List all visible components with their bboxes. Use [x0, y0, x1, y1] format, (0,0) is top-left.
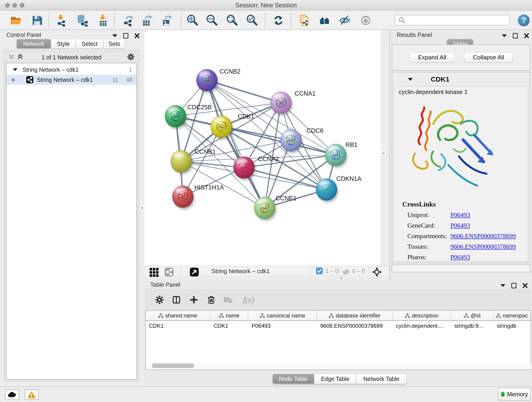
import-network-database-icon[interactable]	[76, 14, 89, 27]
birds-eye-view-icon[interactable]	[190, 267, 199, 277]
crosslink-link[interactable]: P06493	[450, 222, 470, 229]
toolbar-separator	[291, 13, 291, 28]
delete-column-icon[interactable]	[206, 294, 217, 306]
copy-network-icon[interactable]	[298, 14, 311, 27]
network-row-selected[interactable]: String Network – cdk1 11 48	[6, 75, 137, 85]
tab-node-table[interactable]: Node Table	[272, 374, 314, 384]
crosslink-link[interactable]: P06493	[450, 254, 470, 261]
zoom-selected-icon[interactable]	[246, 14, 259, 27]
column-header-1[interactable]: name	[210, 311, 248, 320]
column-header-4[interactable]: description	[393, 311, 451, 320]
panel-menu-icon[interactable]	[502, 34, 507, 37]
node-table[interactable]: shared namenamecanonical namedatabase id…	[145, 310, 531, 370]
network-share-icon[interactable]	[164, 267, 174, 277]
network-node-cdk1[interactable]	[211, 116, 233, 140]
float-panel-icon[interactable]	[513, 33, 518, 38]
cloud-button[interactable]	[5, 389, 19, 400]
help-icon[interactable]: ?	[517, 14, 530, 27]
zoom-fit-icon[interactable]	[226, 14, 239, 27]
crosslink-link[interactable]: P06493	[450, 211, 470, 219]
expand-all-button[interactable]: Expand All	[410, 52, 455, 62]
close-panel-icon[interactable]	[134, 33, 140, 38]
table-cell[interactable]: CDK1	[146, 321, 210, 331]
gear-icon[interactable]	[127, 53, 135, 61]
network-node-cdc25b[interactable]	[165, 105, 187, 129]
tab-network-table[interactable]: Network Table	[356, 374, 406, 384]
column-header-3[interactable]: database identifier	[317, 311, 393, 320]
crosslink-link[interactable]: 9606.ENSP00000378699	[450, 243, 516, 250]
table-cell[interactable]: cyclin-dependent ...	[393, 321, 451, 331]
status-bar: Memory	[0, 386, 532, 402]
panel-menu-icon[interactable]	[500, 284, 505, 287]
network-node-cdkn1a[interactable]	[316, 179, 338, 203]
tab-network[interactable]: Network	[17, 39, 51, 49]
collection-expander-icon[interactable]	[13, 68, 17, 71]
function-builder-icon: f(x)	[240, 294, 257, 306]
level-of-detail-icon[interactable]	[359, 14, 372, 27]
table-cell[interactable]: P06493	[248, 321, 317, 331]
column-header-6[interactable]: namespac	[494, 311, 531, 320]
tab-sets[interactable]: Sets	[104, 39, 125, 49]
column-header-5[interactable]: @id	[451, 311, 494, 320]
left-splitter-handle[interactable]	[139, 205, 144, 211]
float-panel-icon[interactable]	[123, 33, 128, 38]
gene-section-header[interactable]: CDK1	[392, 72, 530, 86]
column-header-0[interactable]: shared name	[146, 311, 210, 320]
network-node-hist1h1a[interactable]	[172, 186, 195, 210]
network-list-group: 1 of 1 Network selected String Network –…	[4, 51, 139, 382]
network-node-cdc6[interactable]	[280, 129, 303, 153]
table-cell[interactable]: CDK1	[210, 321, 248, 331]
tab-select[interactable]: Select	[76, 39, 104, 49]
zoom-in-icon[interactable]	[186, 14, 199, 27]
network-node-ccna1[interactable]	[270, 92, 293, 116]
table-cell[interactable]: 9606.ENSP00000378699	[317, 321, 393, 331]
selected-nodes-checkbox[interactable]	[316, 268, 323, 274]
network-node-ccnb2[interactable]	[196, 69, 219, 93]
close-panel-icon[interactable]	[524, 33, 529, 38]
memory-button[interactable]: Memory	[498, 388, 531, 401]
home-icon[interactable]	[318, 14, 331, 27]
warning-button[interactable]	[25, 389, 38, 400]
grid-view-icon[interactable]	[150, 268, 160, 278]
zoom-out-icon[interactable]	[206, 14, 218, 27]
network-collection-row[interactable]: String Network – cdk1 1	[6, 65, 137, 75]
network-node-rb1[interactable]	[325, 144, 348, 168]
import-table-file-icon[interactable]	[96, 14, 109, 27]
toolbar-separator	[181, 13, 182, 28]
network-graph[interactable]: CCNB2CCNA1CDC25BCDK1CDC6RB1CCNB1CCNA2CDK…	[145, 30, 380, 266]
tab-edge-table[interactable]: Edge Table	[314, 374, 356, 384]
crosslink-link[interactable]: 9606.ENSP00000378699	[450, 232, 516, 240]
right-splitter-handle[interactable]	[381, 150, 386, 156]
show-hide-graphics-icon[interactable]	[339, 14, 351, 27]
import-network-file-icon[interactable]	[55, 14, 68, 27]
toolbar-separator	[114, 13, 115, 28]
horizontal-scrollbar[interactable]	[147, 363, 532, 369]
export-table-icon[interactable]	[141, 14, 153, 27]
close-panel-icon[interactable]	[522, 283, 528, 288]
bottom-splitter-handle[interactable]	[338, 276, 344, 280]
show-columns-icon[interactable]	[171, 294, 182, 306]
table-cell[interactable]: stringdb	[494, 321, 531, 331]
table-cell[interactable]: stringdb:9...	[451, 321, 494, 331]
column-header-2[interactable]: canonical name	[248, 311, 317, 320]
tab-style[interactable]: Style	[51, 39, 76, 49]
network-canvas[interactable]: CCNB2CCNA1CDC25BCDK1CDC6RB1CCNB1CCNA2CDK…	[145, 30, 380, 266]
open-file-icon[interactable]	[10, 14, 22, 27]
network-node-ccne1[interactable]	[254, 197, 277, 221]
section-expander-icon[interactable]	[408, 78, 413, 81]
float-panel-icon[interactable]	[511, 283, 516, 288]
export-image-icon[interactable]	[160, 14, 173, 27]
table-row[interactable]: CDK1CDK1P064939606.ENSP00000378699cyclin…	[146, 321, 531, 331]
table-gear-icon[interactable]	[154, 294, 165, 306]
network-node-ccna2[interactable]	[234, 157, 256, 181]
save-session-icon[interactable]	[31, 14, 44, 27]
scrollbar-thumb[interactable]	[152, 364, 194, 368]
search-input[interactable]	[395, 15, 510, 26]
collapse-all-button[interactable]: Collapse All	[464, 52, 513, 62]
fit-content-icon[interactable]	[372, 267, 382, 277]
refresh-layout-icon[interactable]	[272, 14, 285, 27]
panel-menu-icon[interactable]	[112, 34, 117, 37]
create-column-icon[interactable]	[188, 294, 200, 306]
export-network-icon[interactable]	[122, 14, 135, 27]
search-field[interactable]	[408, 17, 509, 23]
